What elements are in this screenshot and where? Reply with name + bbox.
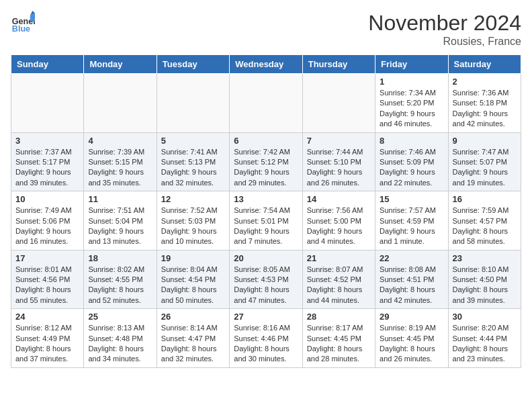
- day-info: Sunrise: 7:39 AM Sunset: 5:15 PM Dayligh…: [88, 147, 152, 189]
- calendar-week-row: 1Sunrise: 7:34 AM Sunset: 5:20 PM Daylig…: [11, 74, 521, 133]
- day-number: 16: [453, 194, 517, 204]
- day-number: 4: [88, 136, 152, 146]
- calendar-cell: 21Sunrise: 8:07 AM Sunset: 4:52 PM Dayli…: [302, 250, 375, 309]
- day-info: Sunrise: 7:57 AM Sunset: 4:59 PM Dayligh…: [380, 205, 443, 247]
- day-info: Sunrise: 7:41 AM Sunset: 5:13 PM Dayligh…: [161, 147, 225, 189]
- svg-text:Blue: Blue: [12, 24, 30, 34]
- calendar-cell: 15Sunrise: 7:57 AM Sunset: 4:59 PM Dayli…: [375, 191, 448, 250]
- calendar-table: SundayMondayTuesdayWednesdayThursdayFrid…: [11, 54, 521, 368]
- day-info: Sunrise: 8:13 AM Sunset: 4:48 PM Dayligh…: [88, 323, 152, 365]
- weekday-header-monday: Monday: [84, 55, 157, 74]
- day-info: Sunrise: 7:56 AM Sunset: 5:00 PM Dayligh…: [307, 205, 371, 247]
- calendar-week-row: 17Sunrise: 8:01 AM Sunset: 4:56 PM Dayli…: [11, 250, 521, 309]
- day-number: 24: [15, 312, 79, 322]
- calendar-cell: 16Sunrise: 7:59 AM Sunset: 4:57 PM Dayli…: [448, 191, 521, 250]
- day-info: Sunrise: 8:01 AM Sunset: 4:56 PM Dayligh…: [15, 265, 79, 306]
- calendar-cell: 30Sunrise: 8:20 AM Sunset: 4:44 PM Dayli…: [448, 309, 521, 368]
- calendar-cell: 27Sunrise: 8:16 AM Sunset: 4:46 PM Dayli…: [230, 309, 302, 368]
- location-subtitle: Rousies, France: [368, 36, 521, 48]
- day-info: Sunrise: 7:36 AM Sunset: 5:18 PM Dayligh…: [453, 88, 517, 130]
- day-info: Sunrise: 8:19 AM Sunset: 4:45 PM Dayligh…: [380, 323, 443, 365]
- day-info: Sunrise: 8:10 AM Sunset: 4:50 PM Dayligh…: [453, 265, 517, 306]
- calendar-cell: [84, 74, 157, 133]
- page-header: General Blue November 2024 Rousies, Fran…: [11, 11, 521, 48]
- calendar-cell: 1Sunrise: 7:34 AM Sunset: 5:20 PM Daylig…: [375, 74, 448, 133]
- day-info: Sunrise: 8:20 AM Sunset: 4:44 PM Dayligh…: [453, 323, 517, 365]
- day-info: Sunrise: 7:52 AM Sunset: 5:03 PM Dayligh…: [161, 205, 225, 247]
- day-number: 27: [234, 312, 298, 322]
- day-info: Sunrise: 8:02 AM Sunset: 4:55 PM Dayligh…: [88, 265, 152, 306]
- calendar-cell: 7Sunrise: 7:44 AM Sunset: 5:10 PM Daylig…: [302, 132, 375, 191]
- day-info: Sunrise: 8:12 AM Sunset: 4:49 PM Dayligh…: [15, 323, 79, 365]
- day-info: Sunrise: 7:59 AM Sunset: 4:57 PM Dayligh…: [453, 205, 517, 247]
- day-info: Sunrise: 8:08 AM Sunset: 4:51 PM Dayligh…: [380, 265, 443, 306]
- weekday-header-tuesday: Tuesday: [157, 55, 229, 74]
- calendar-cell: 20Sunrise: 8:05 AM Sunset: 4:53 PM Dayli…: [230, 250, 302, 309]
- calendar-week-row: 24Sunrise: 8:12 AM Sunset: 4:49 PM Dayli…: [11, 309, 521, 368]
- day-number: 22: [380, 253, 443, 263]
- day-info: Sunrise: 8:05 AM Sunset: 4:53 PM Dayligh…: [234, 265, 298, 306]
- calendar-cell: 13Sunrise: 7:54 AM Sunset: 5:01 PM Dayli…: [230, 191, 302, 250]
- calendar-cell: 23Sunrise: 8:10 AM Sunset: 4:50 PM Dayli…: [448, 250, 521, 309]
- logo: General Blue: [11, 11, 35, 35]
- day-number: 6: [234, 136, 298, 146]
- day-info: Sunrise: 7:47 AM Sunset: 5:07 PM Dayligh…: [453, 147, 517, 189]
- day-info: Sunrise: 8:07 AM Sunset: 4:52 PM Dayligh…: [307, 265, 371, 306]
- calendar-cell: 25Sunrise: 8:13 AM Sunset: 4:48 PM Dayli…: [84, 309, 157, 368]
- day-info: Sunrise: 7:54 AM Sunset: 5:01 PM Dayligh…: [234, 205, 298, 247]
- day-number: 25: [88, 312, 152, 322]
- day-number: 12: [161, 194, 225, 204]
- logo-icon: General Blue: [11, 11, 35, 35]
- calendar-cell: 9Sunrise: 7:47 AM Sunset: 5:07 PM Daylig…: [448, 132, 521, 191]
- calendar-cell: 26Sunrise: 8:14 AM Sunset: 4:47 PM Dayli…: [157, 309, 229, 368]
- day-number: 3: [15, 136, 79, 146]
- calendar-cell: [11, 74, 84, 133]
- title-block: November 2024 Rousies, France: [368, 11, 521, 48]
- calendar-cell: 2Sunrise: 7:36 AM Sunset: 5:18 PM Daylig…: [448, 74, 521, 133]
- weekday-header-sunday: Sunday: [11, 55, 84, 74]
- day-number: 23: [453, 253, 517, 263]
- weekday-header-thursday: Thursday: [302, 55, 375, 74]
- day-info: Sunrise: 7:49 AM Sunset: 5:06 PM Dayligh…: [15, 205, 79, 247]
- calendar-week-row: 10Sunrise: 7:49 AM Sunset: 5:06 PM Dayli…: [11, 191, 521, 250]
- day-number: 21: [307, 253, 371, 263]
- day-info: Sunrise: 7:51 AM Sunset: 5:04 PM Dayligh…: [88, 205, 152, 247]
- calendar-cell: 8Sunrise: 7:46 AM Sunset: 5:09 PM Daylig…: [375, 132, 448, 191]
- calendar-cell: 12Sunrise: 7:52 AM Sunset: 5:03 PM Dayli…: [157, 191, 229, 250]
- calendar-cell: 11Sunrise: 7:51 AM Sunset: 5:04 PM Dayli…: [84, 191, 157, 250]
- day-number: 7: [307, 136, 371, 146]
- day-info: Sunrise: 8:14 AM Sunset: 4:47 PM Dayligh…: [161, 323, 225, 365]
- calendar-cell: 3Sunrise: 7:37 AM Sunset: 5:17 PM Daylig…: [11, 132, 84, 191]
- day-number: 20: [234, 253, 298, 263]
- calendar-cell: 29Sunrise: 8:19 AM Sunset: 4:45 PM Dayli…: [375, 309, 448, 368]
- month-year-title: November 2024: [368, 11, 521, 36]
- day-number: 29: [380, 312, 443, 322]
- calendar-cell: 18Sunrise: 8:02 AM Sunset: 4:55 PM Dayli…: [84, 250, 157, 309]
- calendar-cell: [302, 74, 375, 133]
- calendar-cell: 4Sunrise: 7:39 AM Sunset: 5:15 PM Daylig…: [84, 132, 157, 191]
- day-number: 15: [380, 194, 443, 204]
- day-number: 8: [380, 136, 443, 146]
- calendar-cell: [230, 74, 302, 133]
- day-number: 1: [380, 77, 443, 87]
- calendar-cell: 24Sunrise: 8:12 AM Sunset: 4:49 PM Dayli…: [11, 309, 84, 368]
- weekday-header-friday: Friday: [375, 55, 448, 74]
- day-number: 2: [453, 77, 517, 87]
- day-number: 11: [88, 194, 152, 204]
- day-info: Sunrise: 7:37 AM Sunset: 5:17 PM Dayligh…: [15, 147, 79, 189]
- calendar-cell: 14Sunrise: 7:56 AM Sunset: 5:00 PM Dayli…: [302, 191, 375, 250]
- weekday-header-wednesday: Wednesday: [230, 55, 302, 74]
- calendar-cell: 17Sunrise: 8:01 AM Sunset: 4:56 PM Dayli…: [11, 250, 84, 309]
- day-number: 19: [161, 253, 225, 263]
- calendar-cell: 22Sunrise: 8:08 AM Sunset: 4:51 PM Dayli…: [375, 250, 448, 309]
- calendar-cell: 6Sunrise: 7:42 AM Sunset: 5:12 PM Daylig…: [230, 132, 302, 191]
- day-number: 18: [88, 253, 152, 263]
- day-number: 9: [453, 136, 517, 146]
- calendar-cell: 10Sunrise: 7:49 AM Sunset: 5:06 PM Dayli…: [11, 191, 84, 250]
- day-number: 13: [234, 194, 298, 204]
- day-info: Sunrise: 8:16 AM Sunset: 4:46 PM Dayligh…: [234, 323, 298, 365]
- day-number: 26: [161, 312, 225, 322]
- calendar-week-row: 3Sunrise: 7:37 AM Sunset: 5:17 PM Daylig…: [11, 132, 521, 191]
- day-number: 14: [307, 194, 371, 204]
- day-number: 5: [161, 136, 225, 146]
